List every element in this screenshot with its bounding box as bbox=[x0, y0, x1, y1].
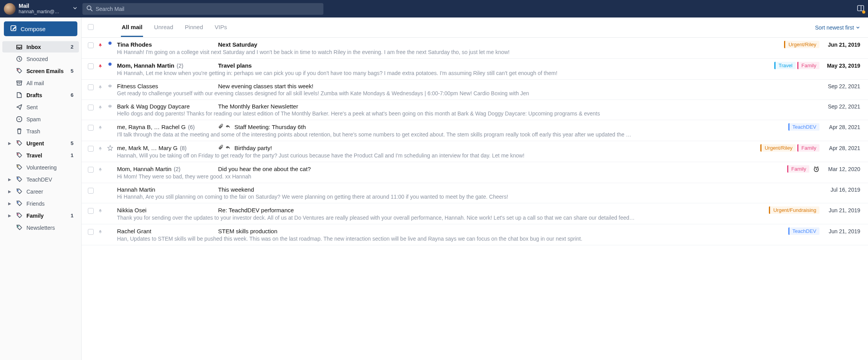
nav-sent[interactable]: ▶ Sent bbox=[2, 101, 79, 113]
tag-urgent-fundraising[interactable]: Urgent/Fundraising bbox=[769, 206, 819, 214]
chevron-down-icon[interactable] bbox=[72, 5, 78, 12]
tag-family[interactable]: Family bbox=[797, 144, 819, 152]
select-all-checkbox[interactable] bbox=[88, 24, 94, 30]
sort-dropdown[interactable]: Sort newest first bbox=[815, 24, 860, 31]
row-checkbox[interactable] bbox=[88, 63, 94, 69]
tab-vips[interactable]: VIPs bbox=[214, 18, 228, 37]
pin-icon[interactable] bbox=[98, 105, 103, 111]
message-row[interactable]: Mom, Hannah Martin (2) Did you hear the … bbox=[82, 162, 868, 183]
subject: The Monthly Barker Newsletter bbox=[218, 103, 298, 110]
unread-dot-icon bbox=[108, 42, 112, 45]
mask-icon[interactable] bbox=[107, 84, 113, 89]
tab-all-mail[interactable]: All mail bbox=[121, 18, 143, 37]
chevron-down-icon bbox=[856, 25, 860, 30]
nav-drafts[interactable]: ▶ Drafts 6 bbox=[2, 89, 79, 101]
chevron-right-icon[interactable]: ▶ bbox=[8, 213, 12, 218]
tag-urgent-riley[interactable]: Urgent/Riley bbox=[784, 41, 819, 48]
nav-volunteering[interactable]: ▶ Volunteering bbox=[2, 162, 79, 173]
notification-dot bbox=[862, 10, 865, 14]
row-checkbox[interactable] bbox=[88, 146, 94, 152]
tag-icon bbox=[16, 212, 23, 219]
message-row[interactable]: Mom, Hannah Martin (2) Travel plans Trav… bbox=[82, 59, 868, 80]
preview: Thank you for sending over the updates t… bbox=[117, 215, 860, 221]
pin-icon[interactable] bbox=[98, 208, 103, 214]
nav-label: Friends bbox=[26, 201, 45, 207]
row-checkbox[interactable] bbox=[88, 167, 94, 173]
pin-icon[interactable] bbox=[98, 146, 103, 152]
nav-family[interactable]: ▶ Family 1 bbox=[2, 210, 79, 221]
date: May 23, 2019 bbox=[823, 63, 860, 69]
row-checkbox[interactable] bbox=[88, 229, 94, 235]
account-email: hannah_martin@… bbox=[19, 9, 59, 14]
pin-icon[interactable] bbox=[98, 125, 103, 131]
row-checkbox[interactable] bbox=[88, 208, 94, 214]
nav-teachdev[interactable]: ▶ TeachDEV bbox=[2, 174, 79, 185]
preview: Hi Mom! They were so bad, they were good… bbox=[117, 173, 860, 180]
chevron-right-icon[interactable]: ▶ bbox=[8, 177, 12, 182]
mask-icon[interactable] bbox=[107, 104, 113, 109]
row-checkbox[interactable] bbox=[88, 105, 94, 110]
nav-travel[interactable]: ▶ Travel 1 bbox=[2, 150, 79, 161]
star-icon[interactable] bbox=[107, 145, 113, 151]
nav-count: 5 bbox=[71, 140, 73, 146]
pin-icon[interactable] bbox=[98, 84, 103, 91]
pin-icon[interactable] bbox=[98, 63, 103, 70]
subject: Did you hear the one about the cat? bbox=[218, 166, 311, 172]
tag-family[interactable]: Family bbox=[797, 62, 819, 69]
unread-dot-icon bbox=[108, 63, 112, 66]
row-checkbox[interactable] bbox=[88, 125, 94, 131]
nav-label: Travel bbox=[26, 152, 42, 159]
nav-career[interactable]: ▶ Career bbox=[2, 186, 79, 197]
nav-inbox[interactable]: ▶ Inbox 2 bbox=[2, 41, 79, 52]
message-row[interactable]: Hannah Martin This weekend Jul 16, 2019 … bbox=[82, 183, 868, 203]
tag-icon bbox=[16, 176, 23, 183]
tab-unread[interactable]: Unread bbox=[153, 18, 174, 37]
search-bar[interactable] bbox=[82, 3, 323, 15]
chevron-right-icon[interactable]: ▶ bbox=[8, 141, 12, 145]
panel-toggle-icon[interactable] bbox=[857, 5, 864, 13]
message-row[interactable]: Fitness Classes New evening classes star… bbox=[82, 80, 868, 100]
nav-spam[interactable]: ▶ Spam bbox=[2, 114, 79, 125]
subject: Re: TeachdDEV performance bbox=[218, 207, 294, 213]
nav-urgent[interactable]: ▶ Urgent 5 bbox=[2, 138, 79, 149]
thread-count: (2) bbox=[174, 166, 180, 172]
message-row[interactable]: me, Mark M, … Mary G (8) Birthday party!… bbox=[82, 141, 868, 162]
sender: me, Rayna B, … Rachel G bbox=[117, 124, 186, 130]
pin-icon[interactable] bbox=[98, 229, 103, 235]
search-input[interactable] bbox=[96, 6, 320, 12]
nav-label: Snoozed bbox=[26, 56, 48, 62]
tag-family[interactable]: Family bbox=[787, 165, 809, 173]
tag-teachdev[interactable]: TeachDEV bbox=[788, 123, 819, 131]
date: Jun 21, 2019 bbox=[823, 42, 860, 48]
compose-icon bbox=[10, 25, 17, 33]
message-row[interactable]: Tina Rhodes Next Saturday Urgent/Riley J… bbox=[82, 38, 868, 59]
message-row[interactable]: Nikkia Osei Re: TeachdDEV performance Ur… bbox=[82, 203, 868, 224]
tab-pinned[interactable]: Pinned bbox=[184, 18, 204, 37]
chevron-right-icon[interactable]: ▶ bbox=[8, 201, 12, 206]
account-switcher[interactable]: Mail hannah_martin@… bbox=[4, 3, 78, 15]
sender: Mom, Hannah Martin bbox=[117, 166, 171, 172]
compose-button[interactable]: Compose bbox=[4, 21, 77, 36]
nav-snoozed[interactable]: ▶ Snoozed bbox=[2, 53, 79, 65]
chevron-right-icon[interactable]: ▶ bbox=[8, 189, 12, 194]
preview: Hi Hannah, Let me know when you're getti… bbox=[117, 70, 860, 76]
message-row[interactable]: me, Rayna B, … Rachel G (6) Staff Meetin… bbox=[82, 120, 868, 141]
row-checkbox[interactable] bbox=[88, 42, 94, 48]
tag-urgent-riley[interactable]: Urgent/Riley bbox=[760, 144, 796, 152]
row-checkbox[interactable] bbox=[88, 188, 94, 194]
tag-travel[interactable]: Travel bbox=[774, 62, 796, 69]
row-checkbox[interactable] bbox=[88, 84, 94, 90]
message-row[interactable]: Rachel Grant STEM skills production Teac… bbox=[82, 224, 868, 245]
date: Jun 21, 2019 bbox=[823, 207, 860, 213]
message-row[interactable]: Bark & Wag Doggy Daycare The Monthly Bar… bbox=[82, 100, 868, 120]
pin-icon[interactable] bbox=[98, 167, 103, 173]
nav-screen-emails[interactable]: ▶ Screen Emails 5 bbox=[2, 65, 79, 77]
nav-friends[interactable]: ▶ Friends bbox=[2, 198, 79, 209]
nav-trash[interactable]: ▶ Trash bbox=[2, 126, 79, 137]
preview: Hi Hannah, Are you still planning on com… bbox=[117, 194, 860, 200]
tag-teachdev[interactable]: TeachDEV bbox=[788, 227, 819, 235]
nav-newsletters[interactable]: ▶ Newsletters bbox=[2, 222, 79, 233]
search-icon bbox=[86, 5, 93, 12]
nav-allmail[interactable]: ▶ All mail bbox=[2, 77, 79, 89]
pin-icon[interactable] bbox=[98, 42, 103, 49]
